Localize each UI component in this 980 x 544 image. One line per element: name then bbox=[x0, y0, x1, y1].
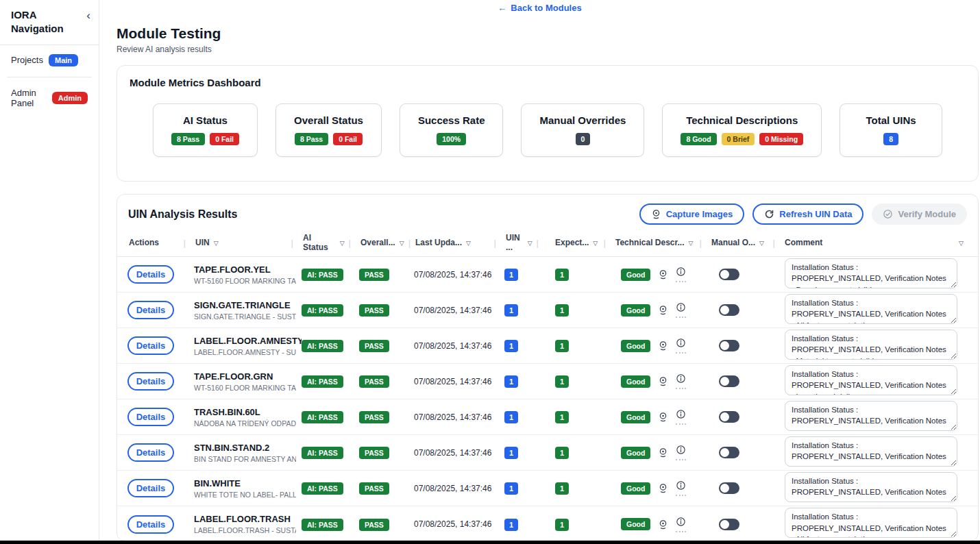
details-button[interactable]: Details bbox=[127, 443, 174, 462]
webcam-icon[interactable] bbox=[658, 269, 668, 280]
info-icon[interactable] bbox=[676, 517, 686, 527]
uin-name: LABEL.FLOOR.TRASH bbox=[194, 514, 296, 524]
tech-desc-badge: Good bbox=[621, 375, 650, 388]
filter-icon[interactable]: ▽ bbox=[759, 239, 764, 247]
uin-cell: SIGN.GATE.TRIANGLE SIGN.GATE.TRIANGLE - … bbox=[194, 300, 302, 321]
webcam-icon[interactable] bbox=[658, 305, 668, 315]
results-actions: Capture Images Refresh UIN Data bbox=[639, 203, 967, 225]
overall-status-cell: PASS bbox=[359, 518, 414, 531]
manual-override-toggle[interactable] bbox=[719, 447, 739, 458]
webcam-icon[interactable] bbox=[658, 519, 668, 530]
last-updated: 07/08/2025, 14:37:46 bbox=[414, 306, 504, 315]
details-button[interactable]: Details bbox=[127, 515, 174, 534]
manual-override-toggle[interactable] bbox=[719, 411, 739, 423]
uin-cell: LABEL.FLOOR.TRASH LABEL.FLOOR.TRASH - SU… bbox=[194, 514, 302, 534]
metrics-title: Module Metrics Dashboard bbox=[117, 66, 978, 88]
details-button[interactable]: Details bbox=[127, 336, 174, 355]
filter-icon[interactable]: ▽ bbox=[340, 239, 345, 247]
last-updated: 07/08/2025, 14:37:46 bbox=[414, 270, 504, 280]
comment-textarea[interactable]: Installation Status : PROPERLY_INSTALLED… bbox=[785, 472, 957, 502]
manual-override-toggle[interactable] bbox=[719, 375, 739, 387]
overall-status-cell: PASS bbox=[359, 482, 414, 495]
metric-card-badges: 8 Pass0 Fail bbox=[171, 133, 239, 145]
ai-status-badge: AI: PASS bbox=[302, 375, 343, 388]
filter-icon[interactable]: ▽ bbox=[593, 239, 598, 247]
expected-count-badge: 1 bbox=[555, 447, 569, 459]
verify-module-button[interactable]: Verify Module bbox=[872, 203, 967, 225]
table-row: Details SIGN.GATE.TRIANGLE SIGN.GATE.TRI… bbox=[117, 293, 978, 328]
comment-textarea[interactable]: Installation Status : PROPERLY_INSTALLED… bbox=[785, 365, 957, 395]
table-row: Details STN.BIN.STAND.2 BIN STAND FOR AM… bbox=[117, 435, 978, 471]
ai-status-cell: AI: PASS bbox=[302, 410, 359, 423]
manual-override-toggle[interactable] bbox=[719, 304, 739, 316]
back-to-modules-link[interactable]: ← Back to Modules bbox=[99, 0, 980, 13]
tech-desc-badge: Good bbox=[621, 447, 650, 459]
info-icon[interactable] bbox=[676, 373, 686, 384]
last-updated: 07/08/2025, 14:37:46 bbox=[414, 448, 504, 458]
webcam-icon[interactable] bbox=[658, 447, 668, 458]
expected-cell: 1 bbox=[547, 268, 614, 281]
actions-cell: Details bbox=[127, 372, 194, 391]
comment-textarea[interactable]: Installation Status : PROPERLY_INSTALLED… bbox=[785, 294, 957, 324]
info-icon[interactable] bbox=[676, 409, 686, 419]
tech-desc-badge: Good bbox=[621, 482, 650, 495]
filter-icon[interactable]: ▽ bbox=[214, 239, 219, 247]
manual-override-toggle[interactable] bbox=[719, 482, 739, 494]
manual-override-toggle[interactable] bbox=[719, 269, 739, 280]
metric-card-badges: 0 bbox=[539, 133, 626, 145]
tech-desc-badge: Good bbox=[621, 304, 650, 317]
refresh-uin-data-button[interactable]: Refresh UIN Data bbox=[752, 203, 863, 225]
uin-name: TAPE.FLOOR.GRN bbox=[194, 371, 296, 382]
filter-icon[interactable]: ▽ bbox=[400, 239, 404, 247]
info-icon[interactable] bbox=[676, 267, 686, 277]
details-button[interactable]: Details bbox=[127, 301, 174, 319]
info-icon[interactable] bbox=[676, 480, 686, 491]
ai-status-cell: AI: PASS bbox=[302, 482, 359, 495]
sidebar-item-projects[interactable]: Projects Main bbox=[0, 45, 99, 75]
column-header-manual: Manual O... ▽ bbox=[710, 238, 783, 248]
filter-icon[interactable]: ▽ bbox=[689, 239, 694, 247]
table-row: Details BIN.WHITE WHITE TOTE NO LABEL- P… bbox=[117, 471, 978, 506]
metric-card: Total UINs 8 bbox=[840, 103, 942, 157]
metric-badge: 0 bbox=[576, 133, 591, 145]
manual-override-toggle[interactable] bbox=[719, 340, 739, 351]
toggle-knob bbox=[720, 270, 729, 279]
info-icon[interactable] bbox=[676, 445, 686, 455]
results-title: UIN Analysis Results bbox=[128, 208, 237, 221]
capture-images-button[interactable]: Capture Images bbox=[639, 203, 745, 225]
collapse-sidebar-icon[interactable]: ‹ bbox=[86, 10, 90, 21]
comment-textarea[interactable]: Installation Status : PROPERLY_INSTALLED… bbox=[785, 401, 957, 431]
webcam-icon[interactable] bbox=[658, 483, 668, 493]
comment-textarea[interactable]: Installation Status : PROPERLY_INSTALLED… bbox=[785, 258, 957, 288]
metric-card-badges: 8 Good0 Brief0 Missing bbox=[681, 133, 803, 145]
sidebar-item-label: Admin Panel bbox=[11, 88, 47, 108]
table-row: Details LABEL.FLOOR.AMNESTY LABEL.FLOOR.… bbox=[117, 328, 978, 364]
comment-textarea[interactable]: Installation Status : PROPERLY_INSTALLED… bbox=[785, 330, 957, 360]
webcam-icon[interactable] bbox=[658, 376, 668, 386]
webcam-icon[interactable] bbox=[658, 412, 668, 422]
comment-cell: Installation Status : PROPERLY_INSTALLED… bbox=[783, 401, 968, 434]
sidebar-item-admin-panel[interactable]: Admin Panel Admin bbox=[0, 79, 99, 117]
webcam-icon[interactable] bbox=[658, 341, 668, 351]
details-button[interactable]: Details bbox=[127, 265, 174, 284]
webcam-icon bbox=[651, 209, 661, 219]
main-content: ← Back to Modules Module Testing Review … bbox=[99, 0, 980, 544]
details-button[interactable]: Details bbox=[127, 408, 174, 426]
comment-cell: Installation Status : PROPERLY_INSTALLED… bbox=[783, 472, 968, 505]
uin-count-cell: 1 bbox=[504, 482, 547, 495]
info-icon[interactable] bbox=[676, 302, 686, 312]
filter-icon[interactable]: ▽ bbox=[466, 239, 471, 247]
comment-textarea[interactable]: Installation Status : PROPERLY_INSTALLED… bbox=[785, 508, 957, 538]
info-icon[interactable] bbox=[676, 338, 686, 348]
details-button[interactable]: Details bbox=[127, 372, 174, 391]
technical-description-cell: Good bbox=[614, 517, 710, 532]
filter-icon[interactable]: ▽ bbox=[959, 239, 964, 247]
metric-card: Technical Descriptions 8 Good0 Brief0 Mi… bbox=[662, 103, 822, 157]
technical-description-cell: Good bbox=[614, 338, 710, 354]
ai-status-cell: AI: PASS bbox=[302, 339, 359, 352]
filter-icon[interactable]: ▽ bbox=[528, 239, 532, 247]
comment-textarea[interactable]: Installation Status : PROPERLY_INSTALLED… bbox=[785, 436, 957, 467]
column-header-label: AI Status bbox=[303, 233, 336, 252]
manual-override-toggle[interactable] bbox=[719, 519, 739, 530]
details-button[interactable]: Details bbox=[127, 479, 174, 497]
